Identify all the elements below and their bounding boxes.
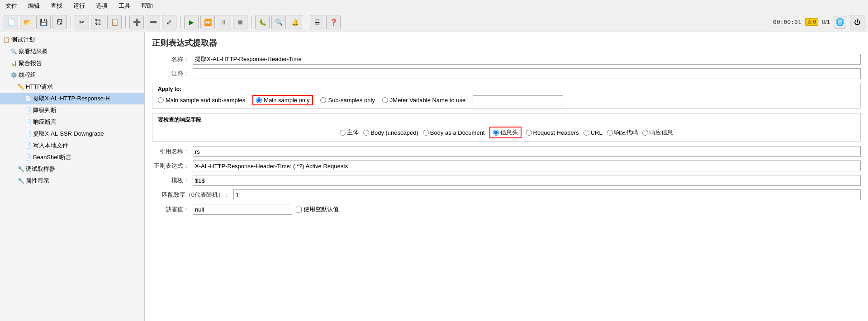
- sidebar-item-label: 聚合报告: [19, 59, 42, 67]
- resp-url[interactable]: URL: [583, 129, 602, 136]
- menu-file[interactable]: 文件: [4, 1, 19, 11]
- default-val-group: 使用空默认值: [193, 204, 339, 215]
- apply-sub-only[interactable]: Sub-samples only: [320, 97, 375, 104]
- regex-input[interactable]: [193, 160, 861, 171]
- debug3-button[interactable]: 🔔: [288, 15, 302, 29]
- match-num-input[interactable]: [233, 189, 861, 200]
- use-empty-label[interactable]: 使用空默认值: [296, 205, 339, 213]
- sidebar-item-extractor1[interactable]: 📄 提取X-AL-HTTP-Response-H: [0, 93, 144, 104]
- sidebar-item-beanshell[interactable]: 📄 BeanShell断言: [0, 151, 144, 163]
- resp-body-doc[interactable]: Body as a Document: [423, 129, 485, 136]
- ref-name-input[interactable]: [193, 146, 861, 157]
- extractor2-icon: 📄: [25, 131, 32, 137]
- apply-main-only[interactable]: Main sample only: [252, 95, 313, 105]
- apply-main-sub-radio[interactable]: [158, 97, 164, 103]
- resp-body-label: 主体: [347, 128, 359, 137]
- thread-group-icon: ⚙️: [10, 72, 17, 78]
- clear-button[interactable]: ⤢: [162, 15, 176, 29]
- jmeter-var-input[interactable]: [473, 95, 563, 105]
- resp-msg[interactable]: 响应信息: [642, 128, 673, 137]
- menu-run[interactable]: 运行: [71, 1, 87, 11]
- menu-find[interactable]: 查找: [49, 1, 64, 11]
- list-button[interactable]: ☰: [310, 15, 324, 29]
- sidebar-item-degraded[interactable]: 📄 降级判断: [0, 104, 144, 116]
- help-button[interactable]: ❓: [326, 15, 341, 29]
- template-input[interactable]: [193, 175, 861, 186]
- paste-button[interactable]: 📋: [107, 15, 122, 29]
- apply-main-sub[interactable]: Main sample and sub-samples: [158, 97, 245, 104]
- cut-button[interactable]: ✂: [75, 15, 89, 29]
- sidebar-item-label: 调试取样器: [26, 165, 55, 173]
- sidebar-item-write-file[interactable]: 📄 写入本地文件: [0, 140, 144, 151]
- copy-button[interactable]: ⿻: [91, 15, 105, 29]
- new-button[interactable]: 📄: [4, 15, 18, 29]
- template-label: 模板：: [152, 176, 193, 184]
- resp-body-unescaped-radio[interactable]: [363, 130, 369, 136]
- default-val-input[interactable]: [193, 204, 292, 215]
- save-all-button[interactable]: 🖫: [52, 15, 67, 29]
- power-button[interactable]: ⏻: [850, 15, 864, 29]
- resp-code[interactable]: 响应代码: [607, 128, 638, 137]
- sidebar-item-label: BeanShell断言: [33, 153, 71, 161]
- remove-button[interactable]: ➖: [146, 15, 160, 29]
- menu-options[interactable]: 选项: [94, 1, 109, 11]
- aggregate-icon: 📊: [10, 60, 17, 66]
- sidebar-item-extractor2[interactable]: 📄 提取X-AL-SSR-Downgrade: [0, 128, 144, 140]
- use-empty-text: 使用空默认值: [304, 205, 339, 213]
- sidebar-item-view-results[interactable]: 🔍 察看结果树: [0, 46, 144, 57]
- resp-req-headers[interactable]: Request Headers: [526, 129, 579, 136]
- write-file-icon: 📄: [25, 142, 32, 149]
- resp-body[interactable]: 主体: [340, 128, 359, 137]
- resp-msg-radio[interactable]: [642, 130, 648, 136]
- apply-to-section: Apply to: Main sample and sub-samples Ma…: [152, 83, 861, 109]
- stop-button[interactable]: ⏹: [233, 15, 247, 29]
- save-button[interactable]: 💾: [36, 15, 51, 29]
- open-button[interactable]: 📂: [20, 15, 34, 29]
- apply-jmeter-var[interactable]: JMeter Variable Name to use: [382, 97, 465, 104]
- sep4: [251, 16, 251, 28]
- name-input[interactable]: [193, 54, 861, 65]
- apply-jmeter-var-radio[interactable]: [382, 97, 388, 103]
- comment-input[interactable]: [193, 68, 861, 79]
- form-title: 正则表达式提取器: [152, 38, 861, 48]
- match-num-row: 匹配数字（0代表随机）：: [152, 189, 861, 200]
- run-all-button[interactable]: ⏩: [200, 15, 215, 29]
- regex-row: 正则表达式：: [152, 160, 861, 171]
- apply-sub-only-radio[interactable]: [320, 97, 326, 103]
- debug1-button[interactable]: 🐛: [255, 15, 270, 29]
- sidebar-item-http-request[interactable]: ✏️ HTTP请求: [0, 81, 144, 93]
- resp-body-doc-label: Body as a Document: [430, 129, 485, 136]
- resp-body-doc-radio[interactable]: [423, 130, 429, 136]
- sidebar-item-test-plan[interactable]: 📋 测试计划: [0, 34, 144, 46]
- ref-name-row: 引用名称：: [152, 146, 861, 157]
- menu-tools[interactable]: 工具: [117, 1, 132, 11]
- debug2-button[interactable]: 🔍: [271, 15, 286, 29]
- resp-code-radio[interactable]: [607, 130, 613, 136]
- resp-url-radio[interactable]: [583, 130, 589, 136]
- response-field-radios: 主体 Body (unescaped) Body as a Document 信…: [158, 127, 855, 138]
- pause-button[interactable]: ⏸: [217, 15, 231, 29]
- globe-button[interactable]: 🌐: [834, 16, 846, 28]
- degraded-icon: 📄: [25, 107, 32, 113]
- http-icon: ✏️: [18, 84, 24, 90]
- run-button[interactable]: ▶: [184, 15, 199, 29]
- resp-headers[interactable]: 信息头: [489, 127, 522, 138]
- menu-edit[interactable]: 编辑: [26, 1, 42, 11]
- resp-code-label: 响应代码: [614, 128, 638, 137]
- apply-to-title: Apply to:: [158, 86, 855, 92]
- resp-headers-radio[interactable]: [493, 130, 499, 136]
- use-empty-checkbox[interactable]: [296, 207, 302, 212]
- resp-body-unescaped[interactable]: Body (unescaped): [363, 129, 418, 136]
- sidebar-item-debug-sampler[interactable]: 🔧 调试取样器: [0, 163, 144, 175]
- sidebar-item-label: 线程组: [19, 71, 36, 79]
- apply-main-only-radio[interactable]: [256, 97, 262, 103]
- sidebar-item-thread-group[interactable]: ⚙️ 线程组: [0, 69, 144, 81]
- sidebar-item-aggregate[interactable]: 📊 聚合报告: [0, 57, 144, 69]
- add-button[interactable]: ➕: [129, 15, 144, 29]
- warning-badge: ⚠ 0: [805, 18, 818, 26]
- sidebar-item-assertion[interactable]: 📄 响应断言: [0, 116, 144, 128]
- sidebar-item-props[interactable]: 🔧 属性显示: [0, 175, 144, 187]
- resp-body-radio[interactable]: [340, 130, 346, 136]
- menu-help[interactable]: 帮助: [139, 1, 155, 11]
- resp-req-headers-radio[interactable]: [526, 130, 532, 136]
